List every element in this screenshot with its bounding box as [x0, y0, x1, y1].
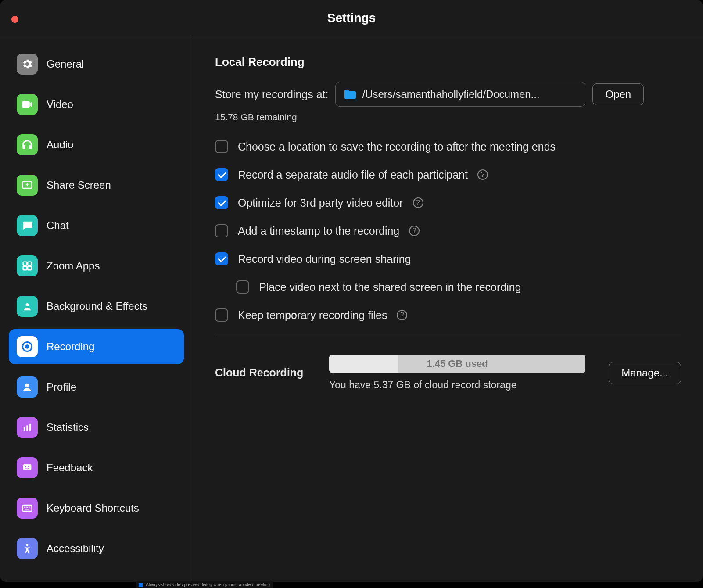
store-recordings-label: Store my recordings at:: [215, 88, 328, 101]
sidebar-item-label: Background & Effects: [47, 300, 147, 312]
checkbox-optimize-editor[interactable]: [215, 196, 228, 209]
sidebar-item-label: Recording: [47, 341, 94, 353]
checkbox-place-video-next[interactable]: [236, 280, 249, 294]
help-icon[interactable]: ?: [409, 226, 420, 236]
checkbox-label: Keep temporary recording files: [238, 309, 387, 322]
svg-rect-15: [23, 505, 32, 511]
tiny-checkbox-icon: [139, 583, 143, 587]
svg-point-18: [27, 507, 28, 508]
checkbox-label: Choose a location to save the recording …: [238, 140, 556, 153]
sidebar-item-statistics[interactable]: Statistics: [9, 410, 184, 445]
cloud-recording-heading: Cloud Recording: [215, 366, 316, 379]
svg-point-16: [24, 507, 25, 508]
checkbox-label: Record video during screen sharing: [238, 253, 411, 265]
svg-rect-4: [28, 266, 31, 270]
checkbox-label: Record a separate audio file of each par…: [238, 169, 468, 181]
sidebar-item-keyboard-shortcuts[interactable]: Keyboard Shortcuts: [9, 491, 184, 526]
checkbox-separate-audio[interactable]: [215, 168, 228, 181]
sidebar-item-audio[interactable]: Audio: [9, 127, 184, 162]
sidebar-item-zoom-apps[interactable]: Zoom Apps: [9, 248, 184, 283]
svg-point-13: [25, 466, 26, 467]
sidebar-item-feedback[interactable]: Feedback: [9, 450, 184, 485]
svg-point-7: [25, 344, 29, 348]
sidebar-item-chat[interactable]: Chat: [9, 208, 184, 243]
svg-rect-9: [24, 427, 25, 431]
headphones-icon: [17, 134, 38, 155]
sidebar-item-label: Profile: [47, 381, 76, 393]
background-icon: [17, 296, 38, 317]
sidebar-item-label: Chat: [47, 219, 69, 232]
option-separate-audio: Record a separate audio file of each par…: [215, 168, 681, 181]
record-icon: [17, 336, 38, 357]
svg-point-8: [25, 384, 29, 387]
sidebar-item-label: Keyboard Shortcuts: [47, 502, 139, 514]
section-divider: [215, 337, 681, 337]
svg-point-5: [26, 303, 29, 306]
checkbox-label: Optimize for 3rd party video editor: [238, 197, 403, 209]
sidebar-item-label: Feedback: [47, 462, 93, 474]
chat-icon: [17, 215, 38, 236]
option-choose-location: Choose a location to save the recording …: [215, 140, 681, 153]
sidebar-item-label: Video: [47, 98, 73, 111]
svg-point-19: [29, 507, 30, 508]
option-add-timestamp: Add a timestamp to the recording ?: [215, 224, 681, 237]
svg-rect-11: [29, 424, 31, 431]
svg-rect-2: [28, 262, 31, 265]
folder-icon: [344, 89, 357, 100]
checkbox-choose-location[interactable]: [215, 140, 228, 153]
help-icon[interactable]: ?: [413, 197, 423, 208]
apps-icon: [17, 255, 38, 276]
sidebar-item-profile[interactable]: Profile: [9, 369, 184, 405]
svg-rect-20: [25, 509, 29, 509]
sidebar-item-label: Accessibility: [47, 542, 104, 555]
sidebar-item-accessibility[interactable]: Accessibility: [9, 531, 184, 566]
share-screen-icon: [17, 175, 38, 196]
stats-icon: [17, 417, 38, 438]
window-title: Settings: [0, 11, 703, 25]
local-recording-heading: Local Recording: [215, 55, 681, 69]
svg-rect-3: [23, 266, 27, 270]
open-folder-button[interactable]: Open: [592, 83, 644, 105]
sidebar-item-label: General: [47, 58, 84, 70]
checkbox-add-timestamp[interactable]: [215, 224, 228, 237]
checkbox-keep-temp-files[interactable]: [215, 308, 228, 322]
feedback-icon: [17, 457, 38, 478]
video-icon: [17, 94, 38, 115]
checkbox-label: Add a timestamp to the recording: [238, 225, 399, 237]
titlebar: Settings: [0, 0, 703, 36]
sidebar-item-recording[interactable]: Recording: [9, 329, 184, 364]
recording-path-text: /Users/samanthahollyfield/Documen...: [362, 88, 577, 100]
sidebar-item-background-effects[interactable]: Background & Effects: [9, 289, 184, 324]
option-keep-temp-files: Keep temporary recording files ?: [215, 308, 681, 322]
sidebar-item-video[interactable]: Video: [9, 87, 184, 122]
svg-point-17: [26, 507, 27, 508]
accessibility-icon: [17, 538, 38, 559]
checkbox-label: Place video next to the shared screen in…: [259, 281, 521, 294]
content-pane: Local Recording Store my recordings at: …: [193, 36, 703, 582]
help-icon[interactable]: ?: [397, 310, 407, 320]
option-record-during-share: Record video during screen sharing: [215, 252, 681, 265]
checkbox-record-during-share[interactable]: [215, 252, 228, 265]
manage-cloud-button[interactable]: Manage...: [609, 362, 681, 384]
gear-icon: [17, 54, 38, 75]
window-controls: [11, 16, 18, 23]
svg-point-21: [26, 544, 28, 546]
option-optimize-editor: Optimize for 3rd party video editor ?: [215, 196, 681, 209]
sidebar-item-label: Audio: [47, 139, 73, 151]
recording-path-field[interactable]: /Users/samanthahollyfield/Documen...: [335, 82, 585, 107]
option-place-video-next: Place video next to the shared screen in…: [236, 280, 681, 294]
profile-icon: [17, 376, 38, 398]
close-window-button[interactable]: [11, 16, 18, 23]
svg-rect-1: [23, 262, 27, 265]
help-icon[interactable]: ?: [477, 169, 488, 180]
keyboard-icon: [17, 498, 38, 519]
sidebar-item-share-screen[interactable]: Share Screen: [9, 168, 184, 203]
svg-rect-10: [26, 425, 28, 431]
sidebar-item-label: Zoom Apps: [47, 260, 100, 272]
cloud-usage-bar: 1.45 GB used: [329, 355, 585, 373]
svg-rect-12: [23, 464, 32, 470]
sidebar-item-general[interactable]: General: [9, 47, 184, 82]
background-fragment-text: Always show video preview dialog when jo…: [146, 582, 270, 587]
svg-point-14: [28, 466, 29, 467]
sidebar-item-label: Share Screen: [47, 179, 111, 191]
